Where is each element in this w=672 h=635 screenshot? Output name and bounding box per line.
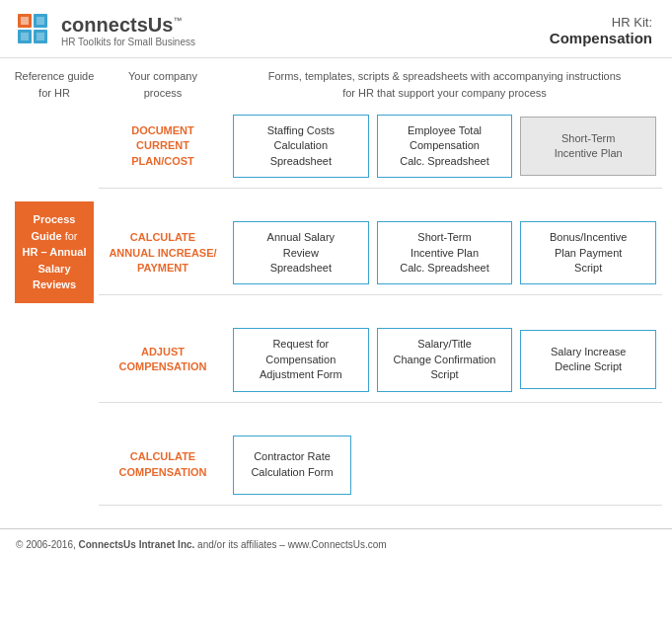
logo-text: connectsUs™ HR Toolkits for Small Busine… [61,14,195,47]
cards-doc: Staffing CostsCalculationSpreadsheet Emp… [227,105,662,188]
chevron-1-svg [233,191,656,206]
svg-rect-5 [37,17,44,25]
chevron-4-svg [233,508,656,523]
arrow-1 [99,189,662,211]
logo-icon [16,12,53,49]
footer-company: ConnectsUs Intranet Inc. [79,539,195,550]
header-kit: HR Kit: Compensation [550,15,652,46]
arrow-2 [99,295,662,318]
card-employee-total[interactable]: Employee TotalCompensationCalc. Spreadsh… [377,115,513,178]
card-contractor-rate[interactable]: Contractor RateCalculation Form [233,436,351,495]
card-bonus-incentive[interactable]: Bonus/IncentivePlan PaymentScript [520,221,656,284]
footer: © 2006-2016, ConnectsUs Intranet Inc. an… [0,528,672,560]
card-salary-decline[interactable]: Salary IncreaseDecline Script [520,330,656,389]
pg-hr: HR – Annual Salary Reviews [23,246,87,290]
pg-strong: Process Guide [31,213,75,242]
section-adjust-comp: ADJUSTCOMPENSATION Request forCompensati… [99,318,662,402]
arrow-3 [99,403,662,426]
col-header-process: Your companyprocess [99,68,227,101]
cards-adjust: Request forCompensationAdjustment Form S… [227,318,662,401]
card-staffing-costs[interactable]: Staffing CostsCalculationSpreadsheet [233,115,369,178]
card-short-term-plan[interactable]: Short-TermIncentive Plan [520,117,656,176]
column-headers: Reference guidefor HR Your companyproces… [10,58,662,105]
process-guide-box: Process Guide for HR – Annual Salary Rev… [15,201,94,303]
process-label-calc-comp: CALCULATECOMPENSATION [99,426,227,505]
svg-rect-6 [21,33,29,40]
section-calc-annual: CALCULATEANNUAL INCREASE/PAYMENT Annual … [99,211,662,295]
chevron-2-svg [233,297,656,313]
arrow-4 [99,506,662,528]
col-header-forms: Forms, templates, scripts & spreadsheets… [227,68,662,101]
cards-calc-comp: Contractor RateCalculation Form [227,426,662,505]
logo-area: connectsUs™ HR Toolkits for Small Busine… [16,12,195,49]
svg-rect-4 [21,17,29,25]
sections-panel: DOCUMENT CURRENTPLAN/COST Staffing Costs… [99,105,662,528]
process-label-calc-annual: CALCULATEANNUAL INCREASE/PAYMENT [99,211,227,294]
left-panel: Process Guide for HR – Annual Salary Rev… [10,105,99,528]
logo-name: connectsUs™ [61,14,195,37]
content-area: Process Guide for HR – Annual Salary Rev… [10,105,662,528]
card-short-term-calc[interactable]: Short-TermIncentive PlanCalc. Spreadshee… [377,221,513,284]
col-header-ref: Reference guidefor HR [10,68,99,101]
card-request-comp-adj[interactable]: Request forCompensationAdjustment Form [233,328,369,391]
section-calc-comp: CALCULATECOMPENSATION Contractor RateCal… [99,426,662,506]
section-doc-current: DOCUMENT CURRENTPLAN/COST Staffing Costs… [99,105,662,189]
header: connectsUs™ HR Toolkits for Small Busine… [0,0,672,58]
card-annual-salary-review[interactable]: Annual SalaryReviewSpreadsheet [233,221,369,284]
chevron-3-svg [233,405,656,421]
logo-tagline: HR Toolkits for Small Business [61,37,195,47]
cards-calc-annual: Annual SalaryReviewSpreadsheet Short-Ter… [227,211,662,294]
card-salary-title-change[interactable]: Salary/TitleChange ConfirmationScript [377,328,513,391]
svg-rect-7 [37,33,44,40]
process-label-adjust: ADJUSTCOMPENSATION [99,318,227,401]
process-label-doc: DOCUMENT CURRENTPLAN/COST [99,105,227,188]
